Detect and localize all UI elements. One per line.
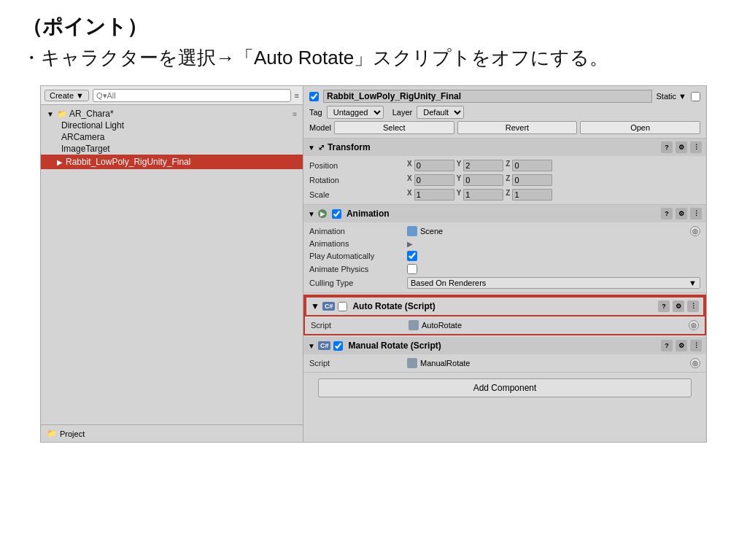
auto-rotate-section: ▼ C# Auto Rotate (Script) ? ⚙ ⋮ Script A… <box>303 295 706 335</box>
play-auto-label: Play Automatically <box>309 252 404 260</box>
object-name-input[interactable] <box>323 90 652 103</box>
z-label: Z <box>506 174 510 186</box>
rotation-x-input[interactable] <box>414 174 454 186</box>
auto-rotate-header[interactable]: ▼ C# Auto Rotate (Script) ? ⚙ ⋮ <box>305 296 705 316</box>
animations-row: Animations ▶ <box>309 238 700 249</box>
position-z-input[interactable] <box>512 160 552 171</box>
model-open-button[interactable]: Open <box>580 121 700 134</box>
animation-settings-icon[interactable]: ⚙ <box>676 208 687 219</box>
auto-rotate-settings-icon[interactable]: ⚙ <box>673 300 684 312</box>
auto-rotate-script-value: AutoRotate <box>422 321 462 330</box>
animation-help-icon[interactable]: ? <box>661 208 673 219</box>
manual-rotate-header[interactable]: ▼ C# Manual Rotate (Script) ? ⚙ ⋮ <box>303 337 706 354</box>
transform-settings-icon[interactable]: ⚙ <box>676 141 687 153</box>
inspector-header: Static ▼ Tag Untagged Layer Default Mode… <box>303 86 706 139</box>
model-revert-button[interactable]: Revert <box>457 121 578 134</box>
manual-rotate-active-checkbox[interactable] <box>333 341 343 351</box>
hierarchy-item-label: AR_Chara* <box>69 109 114 119</box>
x-label: X <box>407 189 412 201</box>
scale-y-input[interactable] <box>463 189 503 201</box>
hierarchy-item-directional-light[interactable]: Directional Light <box>41 120 303 131</box>
rotation-z-input[interactable] <box>512 174 552 186</box>
auto-rotate-active-checkbox[interactable] <box>338 302 347 311</box>
animation-title: Animation <box>347 209 390 219</box>
culling-type-arrow: ▼ <box>689 279 697 287</box>
unity-editor-panel: Create ▼ ≡ ▼ 📁 AR_Chara* ≡ Directional L… <box>40 85 707 443</box>
animation-arrow: ▼ <box>308 210 315 218</box>
hierarchy-search-input[interactable] <box>93 89 291 102</box>
animation-play-icon: ▶ <box>318 209 327 218</box>
transform-header[interactable]: ▼ ⤢ Transform ? ⚙ ⋮ <box>303 139 706 156</box>
animate-physics-label: Animate Physics <box>309 265 404 273</box>
culling-type-row: Culling Type Based On Renderers ▼ <box>309 276 700 290</box>
culling-type-value: Based On Renderers <box>411 279 486 287</box>
manual-rotate-script-picker[interactable]: ◎ <box>690 358 700 368</box>
auto-rotate-script-row: Script AutoRotate ◎ <box>311 319 699 332</box>
animation-body: Animation Scene ◎ Animations ▶ Play Auto… <box>303 222 706 292</box>
hierarchy-menu-icon[interactable]: ≡ <box>295 91 299 100</box>
culling-type-dropdown[interactable]: Based On Renderers ▼ <box>407 277 700 289</box>
manual-rotate-script-row: Script ManualRotate ◎ <box>309 357 700 370</box>
auto-rotate-script-label: Script <box>311 321 406 330</box>
transform-menu-icon[interactable]: ⋮ <box>690 141 702 153</box>
animate-physics-checkbox[interactable] <box>407 264 417 274</box>
create-button[interactable]: Create ▼ <box>44 90 89 101</box>
manual-rotate-menu-icon[interactable]: ⋮ <box>690 340 702 351</box>
position-y-input[interactable] <box>463 160 503 171</box>
hierarchy-filter-icon: ≡ <box>293 110 297 118</box>
position-x-input[interactable] <box>414 160 454 171</box>
layer-label: Layer <box>392 108 413 117</box>
add-component-button[interactable]: Add Component <box>318 378 692 397</box>
play-auto-checkbox[interactable] <box>407 251 417 261</box>
top-text-area: （ポイント） ・キャラクターを選択→「Auto Rotate」スクリプトをオフに… <box>0 0 747 78</box>
scale-x-input[interactable] <box>414 189 454 201</box>
model-select-button[interactable]: Select <box>334 121 454 134</box>
auto-rotate-help-icon[interactable]: ? <box>658 300 670 312</box>
hierarchy-item-arcamera[interactable]: ARCamera <box>41 131 303 143</box>
manual-rotate-title: Manual Rotate (Script) <box>348 341 441 351</box>
cs-badge-manual: C# <box>318 341 331 350</box>
transform-icon: ⤢ <box>318 143 325 152</box>
scale-z-input[interactable] <box>512 189 552 201</box>
tag-select[interactable]: Untagged <box>327 106 384 119</box>
manual-rotate-settings-icon[interactable]: ⚙ <box>676 340 687 351</box>
manual-rotate-arrow: ▼ <box>308 342 315 350</box>
y-label: Y <box>457 160 462 171</box>
manual-rotate-section: ▼ C# Manual Rotate (Script) ? ⚙ ⋮ Script… <box>303 337 706 373</box>
hierarchy-list: ▼ 📁 AR_Chara* ≡ Directional Light ARCame… <box>41 105 303 424</box>
hierarchy-item-rabbit[interactable]: ▶ Rabbit_LowPoly_RigUnity_Final <box>41 155 303 169</box>
hierarchy-item-imagetarget[interactable]: ImageTarget <box>41 143 303 155</box>
object-active-checkbox[interactable] <box>309 92 319 101</box>
position-row: Position X Y Z <box>309 158 700 173</box>
auto-rotate-title: Auto Rotate (Script) <box>352 301 435 311</box>
y-label: Y <box>457 189 462 201</box>
hierarchy-item-label: ARCamera <box>61 132 104 142</box>
heading-line2: ・キャラクターを選択→「Auto Rotate」スクリプトをオフにする。 <box>22 45 725 71</box>
hierarchy-panel: Create ▼ ≡ ▼ 📁 AR_Chara* ≡ Directional L… <box>41 86 303 442</box>
hierarchy-toolbar: Create ▼ ≡ <box>41 86 303 105</box>
animations-expand-arrow[interactable]: ▶ <box>407 240 413 248</box>
cs-badge: C# <box>322 302 336 311</box>
auto-rotate-menu-icon[interactable]: ⋮ <box>687 300 699 312</box>
animation-active-checkbox[interactable] <box>332 209 341 219</box>
rotation-label: Rotation <box>309 176 404 184</box>
animation-picker-button[interactable]: ◎ <box>690 226 700 236</box>
animation-header[interactable]: ▼ ▶ Animation ? ⚙ ⋮ <box>303 205 706 222</box>
rotation-y-input[interactable] <box>463 174 503 186</box>
z-label: Z <box>506 160 510 171</box>
scale-row: Scale X Y Z <box>309 187 700 202</box>
layer-select[interactable]: Default <box>417 106 464 119</box>
animation-value: Scene <box>420 227 443 236</box>
auto-rotate-body: Script AutoRotate ◎ <box>305 316 705 334</box>
transform-help-icon[interactable]: ? <box>661 141 673 153</box>
manual-rotate-help-icon[interactable]: ? <box>661 340 673 351</box>
heading-line1: （ポイント） <box>22 13 725 41</box>
transform-section: ▼ ⤢ Transform ? ⚙ ⋮ Position X Y <box>303 139 706 205</box>
static-checkbox[interactable] <box>691 92 700 101</box>
inspector-panel: Static ▼ Tag Untagged Layer Default Mode… <box>303 86 706 442</box>
transform-body: Position X Y Z Rotation X <box>303 156 706 204</box>
auto-rotate-script-picker[interactable]: ◎ <box>689 320 699 330</box>
hierarchy-item-ar-chara[interactable]: ▼ 📁 AR_Chara* ≡ <box>41 108 303 120</box>
animations-label: Animations <box>309 239 404 248</box>
animation-menu-icon[interactable]: ⋮ <box>690 208 702 219</box>
